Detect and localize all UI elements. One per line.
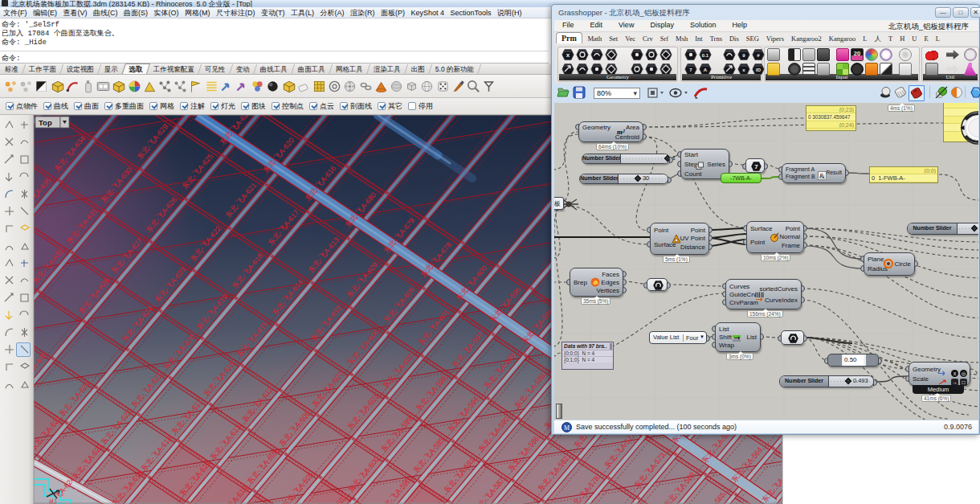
svg-text:0.1: 0.1	[702, 53, 709, 58]
svg-text:ID: ID	[756, 68, 762, 72]
svg-text:x: x	[566, 51, 570, 59]
svg-text:Top: Top	[39, 118, 52, 127]
svg-text:M: M	[564, 424, 570, 432]
svg-text:7: 7	[754, 163, 758, 170]
svg-text:A: A	[704, 68, 708, 72]
